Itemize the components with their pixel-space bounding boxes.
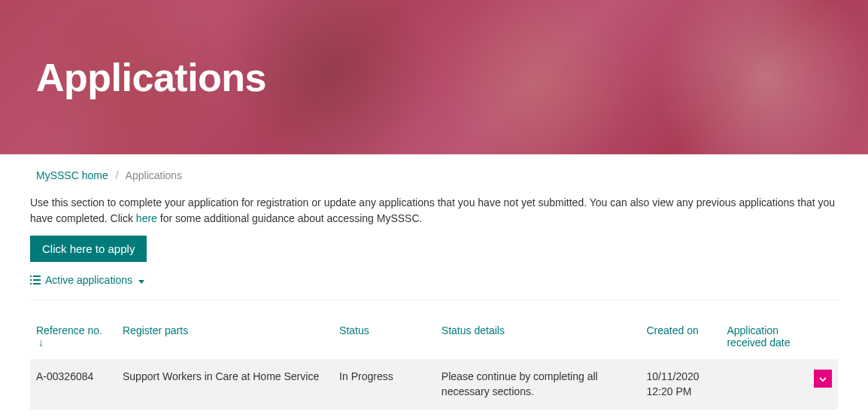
breadcrumb: MySSSC home / Applications	[30, 154, 838, 195]
svg-rect-1	[33, 275, 41, 277]
hero-banner: Applications	[0, 0, 868, 154]
cell-action	[801, 359, 838, 409]
svg-rect-5	[33, 283, 41, 285]
col-header-status-details[interactable]: Status details	[436, 317, 641, 359]
applications-table: Reference no. ↓ Register parts Status St…	[30, 317, 838, 409]
chevron-down-icon	[819, 371, 827, 386]
cell-received-date	[721, 359, 801, 409]
active-applications-dropdown[interactable]: Active applications	[30, 274, 144, 286]
col-header-action	[801, 317, 838, 359]
col-header-received-date[interactable]: Application received date	[721, 317, 801, 359]
col-header-reference[interactable]: Reference no. ↓	[30, 317, 117, 359]
description-text: Use this section to complete your applic…	[30, 195, 838, 227]
sort-down-icon: ↓	[38, 336, 44, 349]
breadcrumb-home-link[interactable]: MySSSC home	[36, 169, 108, 181]
apply-button[interactable]: Click here to apply	[30, 236, 147, 262]
guidance-link[interactable]: here	[136, 212, 157, 224]
page-title: Applications	[36, 55, 266, 100]
filter-row: Active applications	[30, 274, 838, 300]
svg-rect-3	[33, 279, 41, 281]
svg-rect-2	[30, 279, 32, 281]
breadcrumb-current: Applications	[126, 169, 183, 181]
col-header-created-on[interactable]: Created on	[640, 317, 721, 359]
breadcrumb-separator: /	[116, 169, 119, 181]
svg-rect-0	[30, 275, 32, 277]
list-icon	[30, 275, 41, 285]
cell-status: In Progress	[333, 359, 436, 409]
svg-rect-4	[30, 283, 32, 285]
caret-down-icon	[137, 274, 144, 286]
row-action-button[interactable]	[814, 370, 832, 388]
cell-created-on: 10/11/2020 12:20 PM	[640, 359, 721, 409]
table-row: A-00326084 Support Workers in Care at Ho…	[30, 359, 838, 409]
table-header-row: Reference no. ↓ Register parts Status St…	[30, 317, 838, 359]
cell-register-parts: Support Workers in Care at Home Service	[117, 359, 333, 409]
cell-status-details: Please continue by completing all necess…	[436, 359, 641, 409]
col-header-register-parts[interactable]: Register parts	[117, 317, 333, 359]
col-header-status[interactable]: Status	[333, 317, 436, 359]
cell-reference: A-00326084	[30, 359, 117, 409]
main-content: MySSSC home / Applications Use this sect…	[0, 154, 868, 409]
